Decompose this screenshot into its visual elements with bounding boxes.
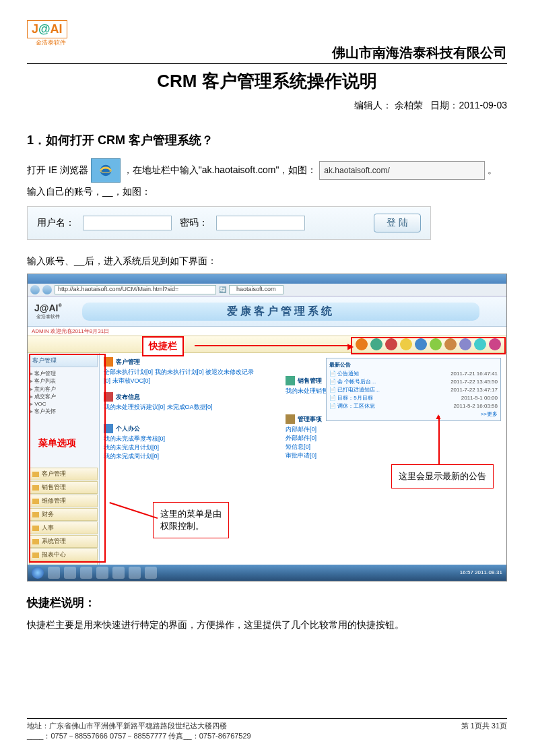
section-icon <box>286 414 295 424</box>
paragraph-after-login: 输入账号、__后，进入系统后见到如下界面： <box>27 252 507 270</box>
login-button[interactable]: 登 陆 <box>374 214 421 232</box>
browser-tab[interactable]: haotaisoft.com <box>229 285 283 294</box>
paragraph-enter-account: 输入自己的账号，__，如图： <box>27 183 507 201</box>
shortcut-paragraph: 快捷栏主要是用来快速进行特定的界面，方便操作，这里提供了几个比较常用的快捷按钮。 <box>27 616 507 634</box>
announcement-row[interactable]: 📄 会 个帐号后台...2011-7-22 13:45:50 <box>329 378 498 386</box>
nav-back-icon[interactable] <box>30 285 40 294</box>
app-screenshot: http://ak.haotaisoft.com/UCM/Main.html?s… <box>27 274 507 581</box>
app-logo: J@AI® 金浩泰软件 <box>34 303 62 320</box>
taskbar-icon[interactable] <box>64 567 76 579</box>
annotation-label-quickbar: 快捷栏 <box>142 336 184 356</box>
annotation-arrow <box>438 416 440 464</box>
shortcut-heading: 快捷栏说明： <box>27 595 507 610</box>
address-bar-sample: ak.haotaisoft.com/ <box>319 161 484 181</box>
paragraph-open-browser: 打开 IE 浏览器 ，在地址栏中输入"ak.haotaisoft.com"，如图… <box>27 158 507 183</box>
taskbar-icon[interactable] <box>48 567 60 579</box>
page-number: 第 1页共 31页 <box>461 721 507 731</box>
username-input[interactable] <box>83 216 172 230</box>
start-icon[interactable] <box>32 567 44 579</box>
callout-menu-permission: 这里的菜单是由 权限控制。 <box>153 502 229 538</box>
doc-meta: 编辑人： 余柏荣 日期：2011-09-03 <box>27 100 507 112</box>
password-input[interactable] <box>216 216 305 230</box>
nav-fwd-icon[interactable] <box>42 285 52 294</box>
callout-announcement: 这里会显示最新的公告 <box>391 464 494 489</box>
announcement-row[interactable]: 📄 公告通知2011-7-21 16:47:41 <box>329 370 498 378</box>
taskbar-icon[interactable] <box>96 567 108 579</box>
url-field[interactable]: http://ak.haotaisoft.com/UCM/Main.html?s… <box>55 285 216 294</box>
section-icon <box>286 376 295 385</box>
company-name: 佛山市南海浩泰科技有限公司 <box>27 44 507 62</box>
page-footer: 第 1页共 31页 地址：广东省佛山市平洲佛平新路平稳路路段世纪达大楼四楼 __… <box>27 718 507 741</box>
announcement-panel: 最新公告 📄 公告通知2011-7-21 16:47:41📄 会 个帐号后台..… <box>326 358 501 421</box>
announcement-row[interactable]: 📄 已打电话通知店...2011-7-22 13:47:17 <box>329 386 498 394</box>
annotation-arrow <box>195 345 351 346</box>
taskbar-icon[interactable] <box>129 567 141 579</box>
annotation-label-menu: 菜单选项 <box>33 435 81 452</box>
windows-taskbar: 16:57 2011-08-31 <box>28 565 506 581</box>
announcement-row[interactable]: 📄 目标：5月目标2011-5-1 00:00 <box>329 394 498 402</box>
annotation-box-quickbar <box>351 337 506 354</box>
ie-icon <box>91 158 121 183</box>
username-label: 用户名： <box>37 217 75 229</box>
taskbar-clock: 16:57 2011-08-31 <box>460 570 502 576</box>
annotation-box-sidebar <box>29 354 106 563</box>
taskbar-icon[interactable] <box>112 567 125 579</box>
taskbar-icon[interactable] <box>80 567 92 579</box>
logo: J@AI 金浩泰软件 <box>27 20 74 47</box>
section-1-heading: 1．如何打开 CRM 客户管理系统？ <box>27 132 507 148</box>
doc-title: CRM 客户管理系统操作说明 <box>27 69 507 93</box>
login-form-screenshot: 用户名： 密码： 登 陆 <box>27 206 431 240</box>
password-label: 密码： <box>180 217 208 229</box>
app-title: 爱康客户管理系统 <box>82 303 479 321</box>
header-rule <box>27 63 507 64</box>
announcement-row[interactable]: 📄 调休：工区休息2011-5-2 16:03:58 <box>329 402 498 410</box>
welcome-line: ADMIN 欢迎光临2011年8月31日 <box>28 327 506 336</box>
taskbar-icon[interactable] <box>145 567 157 579</box>
